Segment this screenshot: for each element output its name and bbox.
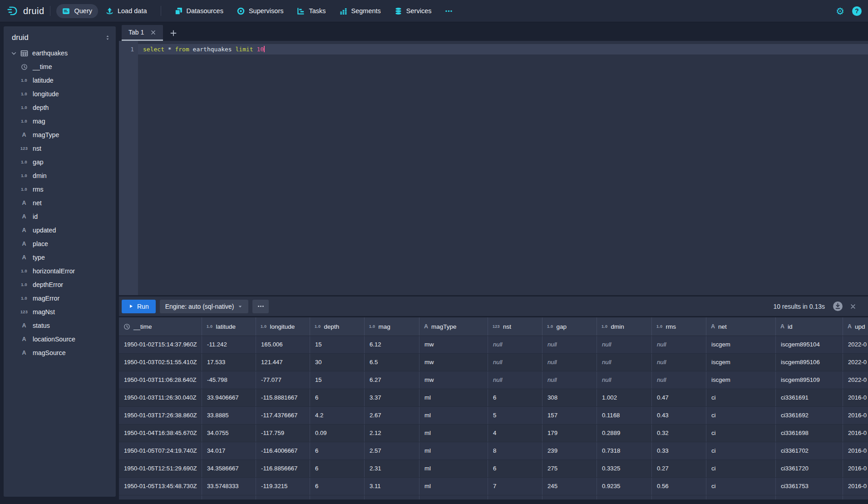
table-cell[interactable]: null <box>488 354 542 371</box>
gear-icon[interactable]: ⚙ <box>836 6 844 16</box>
table-cell[interactable]: null <box>652 354 706 371</box>
table-cell[interactable]: ci3361720 <box>776 460 843 477</box>
table-cell[interactable]: 0.56 <box>652 478 706 495</box>
table-cell[interactable]: -119.3215 <box>256 478 310 495</box>
table-cell[interactable]: 308 <box>542 389 597 406</box>
nav-item-services[interactable]: Services <box>389 4 438 18</box>
table-cell[interactable]: ci3361753 <box>776 478 843 495</box>
table-cell[interactable]: 245 <box>542 478 597 495</box>
table-cell[interactable]: 6 <box>310 478 365 495</box>
table-cell[interactable]: 239 <box>542 442 597 460</box>
table-cell[interactable]: 2016-0 <box>843 407 868 424</box>
table-cell[interactable]: 165.006 <box>256 336 310 353</box>
table-cell[interactable]: 1.002 <box>597 389 652 406</box>
table-cell[interactable]: -116.4006667 <box>256 442 310 460</box>
column-header-gap[interactable]: 1.0gap <box>542 317 597 336</box>
table-cell[interactable]: 1950-01-05T07:24:19.740Z <box>119 442 202 460</box>
table-cell[interactable]: 3.11 <box>365 478 419 495</box>
column-header-latitude[interactable]: 1.0latitude <box>202 317 256 336</box>
table-cell[interactable]: 6 <box>488 389 542 406</box>
table-cell[interactable]: 2.67 <box>365 407 419 424</box>
table-cell[interactable]: mw <box>419 371 488 389</box>
table-cell[interactable]: 6 <box>310 460 365 477</box>
table-cell[interactable]: 34.017 <box>202 442 256 460</box>
table-cell[interactable]: 4.2 <box>310 407 365 424</box>
table-cell[interactable]: ci <box>706 442 776 460</box>
tree-item-column-magerror[interactable]: 1.0magError <box>4 292 116 305</box>
table-cell[interactable]: iscgem895106 <box>776 354 843 371</box>
tree-item-column--time[interactable]: __time <box>4 60 116 74</box>
table-cell[interactable]: 6 <box>310 389 365 406</box>
table-cell[interactable]: ci <box>706 478 776 495</box>
nav-item-tasks[interactable]: Tasks <box>291 4 331 18</box>
column-header--time[interactable]: __time <box>119 317 202 336</box>
tree-item-column-gap[interactable]: 1.0gap <box>4 155 116 169</box>
table-cell[interactable]: 33.5748333 <box>202 478 256 495</box>
table-cell[interactable]: null <box>542 336 597 353</box>
nav-item-more[interactable] <box>439 4 459 18</box>
table-cell[interactable]: 2016-0 <box>843 460 868 477</box>
add-tab-icon[interactable] <box>170 30 177 37</box>
nav-item-supervisors[interactable]: Supervisors <box>231 4 290 18</box>
table-cell[interactable]: 2.31 <box>365 460 419 477</box>
tree-item-column-depth[interactable]: 1.0depth <box>4 101 116 114</box>
table-cell[interactable]: null <box>542 354 597 371</box>
table-cell[interactable]: null <box>652 336 706 353</box>
column-header-upd[interactable]: Aupd <box>843 317 868 336</box>
table-cell[interactable]: 0.2889 <box>597 425 652 442</box>
table-cell[interactable]: ml <box>419 389 488 406</box>
query-more-button[interactable] <box>252 300 269 313</box>
table-cell[interactable]: 6.5 <box>365 354 419 371</box>
table-cell[interactable]: ci <box>706 407 776 424</box>
sql-line[interactable]: select * from earthquakes limit 10 <box>138 44 868 54</box>
table-cell[interactable]: mw <box>419 336 488 353</box>
chevron-down-icon[interactable] <box>11 50 17 56</box>
table-cell[interactable]: 1950-01-03T11:06:28.640Z <box>119 371 202 389</box>
tree-item-column-net[interactable]: Anet <box>4 196 116 210</box>
table-cell[interactable]: 1950-01-03T02:51:55.410Z <box>119 354 202 371</box>
column-header-dmin[interactable]: 1.0dmin <box>597 317 652 336</box>
table-cell[interactable]: -77.077 <box>256 371 310 389</box>
table-cell[interactable]: 2016-0 <box>843 442 868 460</box>
table-cell[interactable]: ci3361702 <box>776 442 843 460</box>
schema-header[interactable]: druid <box>4 26 116 46</box>
column-header-magtype[interactable]: AmagType <box>419 317 488 336</box>
table-cell[interactable]: 6.12 <box>365 336 419 353</box>
table-cell[interactable]: 6 <box>488 460 542 477</box>
tab-close-icon[interactable] <box>150 30 156 35</box>
table-cell[interactable]: ci <box>706 460 776 477</box>
table-cell[interactable]: 5 <box>488 407 542 424</box>
table-cell[interactable]: 0.1168 <box>597 407 652 424</box>
table-cell[interactable]: 157 <box>542 407 597 424</box>
table-cell[interactable]: 1950-01-04T16:38:45.670Z <box>119 425 202 442</box>
table-cell[interactable]: iscgem <box>706 371 776 389</box>
table-cell[interactable]: ci3361691 <box>776 389 843 406</box>
table-cell[interactable]: 121.447 <box>256 354 310 371</box>
table-cell[interactable]: 275 <box>542 460 597 477</box>
table-cell[interactable]: 179 <box>542 425 597 442</box>
table-cell[interactable]: 30 <box>310 354 365 371</box>
table-cell[interactable]: 2016-0 <box>843 389 868 406</box>
table-cell[interactable]: -117.4376667 <box>256 407 310 424</box>
table-cell[interactable]: 34.0755 <box>202 425 256 442</box>
download-icon[interactable] <box>833 301 843 311</box>
tree-item-table-earthquakes[interactable]: earthquakes <box>4 46 116 60</box>
column-header-net[interactable]: Anet <box>706 317 776 336</box>
run-button[interactable]: Run <box>122 300 156 313</box>
table-cell[interactable]: ci3361698 <box>776 425 843 442</box>
close-results-icon[interactable] <box>850 303 856 310</box>
editor-code-area[interactable]: select * from earthquakes limit 10 <box>138 41 868 295</box>
table-cell[interactable]: -116.8856667 <box>256 460 310 477</box>
druid-logo[interactable]: druid <box>6 5 44 17</box>
tree-item-column-updated[interactable]: Aupdated <box>4 223 116 237</box>
table-cell[interactable]: 8 <box>488 442 542 460</box>
tree-item-column-deptherror[interactable]: 1.0depthError <box>4 278 116 292</box>
column-header-nst[interactable]: 123nst <box>488 317 542 336</box>
table-cell[interactable]: 6 <box>310 442 365 460</box>
table-cell[interactable]: ml <box>419 407 488 424</box>
table-cell[interactable]: mw <box>419 354 488 371</box>
table-cell[interactable]: null <box>488 336 542 353</box>
table-cell[interactable]: ci <box>706 389 776 406</box>
table-cell[interactable]: 4 <box>488 425 542 442</box>
tree-item-column-horizontalerror[interactable]: 1.0horizontalError <box>4 264 116 278</box>
